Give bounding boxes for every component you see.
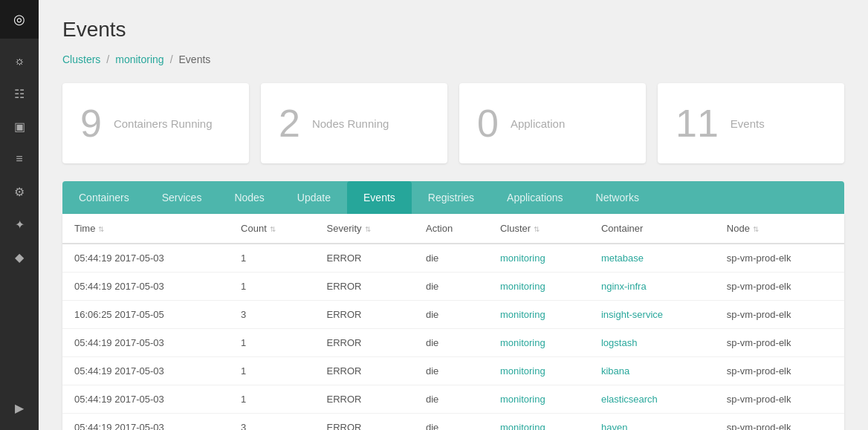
col-header-node[interactable]: Node⇅ (715, 214, 844, 244)
table-row: 05:44:19 2017-05-033ERRORdiemonitoringha… (62, 414, 844, 431)
cell-severity: ERROR (315, 357, 414, 385)
cell-action: die (414, 329, 488, 357)
chart-icon: ☷ (14, 87, 25, 101)
tab-services[interactable]: Services (146, 181, 218, 214)
cell-count: 3 (229, 301, 314, 329)
sidebar-item-chart[interactable]: ☷ (0, 77, 39, 110)
container-link[interactable]: logstash (601, 337, 637, 348)
breadcrumb-sep-1: / (106, 53, 109, 65)
cell-container[interactable]: nginx-infra (589, 273, 715, 301)
stat-label-nodes: Nodes Running (312, 117, 389, 130)
cell-node: sp-vm-prod-elk (715, 357, 844, 385)
cell-time: 05:44:19 2017-05-03 (62, 329, 229, 357)
cell-count: 1 (229, 273, 314, 301)
cluster-link[interactable]: monitoring (500, 309, 545, 320)
sidebar-item-plug[interactable]: ◆ (0, 241, 39, 273)
cell-time: 05:44:19 2017-05-03 (62, 385, 229, 414)
cell-container[interactable]: elasticsearch (589, 385, 715, 414)
sort-icon-node: ⇅ (753, 225, 759, 233)
stat-label-application: Application (511, 117, 565, 130)
sidebar-item-settings[interactable]: ⚙ (0, 175, 39, 208)
cell-cluster[interactable]: monitoring (488, 385, 589, 414)
stat-label-events: Events (731, 117, 765, 130)
container-link[interactable]: nginx-infra (601, 281, 647, 292)
sidebar-item-shield[interactable]: ✦ (0, 208, 39, 241)
tab-networks[interactable]: Networks (580, 181, 655, 214)
container-link[interactable]: metabase (601, 253, 644, 264)
cell-container[interactable]: kibana (589, 357, 715, 385)
tab-update[interactable]: Update (281, 181, 347, 214)
sidebar-collapse-button[interactable]: ▶ (0, 391, 39, 424)
sidebar-item-person[interactable]: ☼ (0, 45, 39, 77)
cell-severity: ERROR (315, 414, 414, 431)
table-header-row: Time⇅Count⇅Severity⇅ActionCluster⇅Contai… (62, 214, 844, 244)
arrow-right-icon: ▶ (15, 401, 24, 415)
container-link[interactable]: insight-service (601, 309, 663, 320)
cell-action: die (414, 273, 488, 301)
tabs-container: ContainersServicesNodesUpdateEventsRegis… (62, 181, 844, 214)
col-header-severity[interactable]: Severity⇅ (315, 214, 414, 244)
cell-count: 1 (229, 385, 314, 414)
cell-time: 05:44:19 2017-05-03 (62, 273, 229, 301)
cell-cluster[interactable]: monitoring (488, 357, 589, 385)
tab-nodes[interactable]: Nodes (218, 181, 280, 214)
person-icon: ☼ (14, 54, 25, 68)
cell-severity: ERROR (315, 301, 414, 329)
cell-node: sp-vm-prod-elk (715, 414, 844, 431)
cell-container[interactable]: haven (589, 414, 715, 431)
cell-cluster[interactable]: monitoring (488, 244, 589, 273)
container-link[interactable]: haven (601, 422, 627, 430)
cell-action: die (414, 301, 488, 329)
col-header-time[interactable]: Time⇅ (62, 214, 229, 244)
shield-icon: ✦ (15, 218, 25, 232)
cell-node: sp-vm-prod-elk (715, 329, 844, 357)
col-header-cluster[interactable]: Cluster⇅ (488, 214, 589, 244)
container-link[interactable]: kibana (601, 365, 629, 377)
events-table: Time⇅Count⇅Severity⇅ActionCluster⇅Contai… (62, 214, 844, 430)
cell-action: die (414, 385, 488, 414)
col-header-container: Container (589, 214, 715, 244)
cell-container[interactable]: metabase (589, 244, 715, 273)
cluster-link[interactable]: monitoring (500, 365, 545, 377)
breadcrumb-monitoring[interactable]: monitoring (115, 53, 163, 65)
stat-card-events: 11 Events (658, 83, 844, 163)
cluster-link[interactable]: monitoring (500, 281, 545, 292)
cell-node: sp-vm-prod-elk (715, 385, 844, 414)
table-row: 05:44:19 2017-05-031ERRORdiemonitoringme… (62, 244, 844, 273)
page-title: Events (62, 18, 844, 42)
table-row: 05:44:19 2017-05-031ERRORdiemonitoringki… (62, 357, 844, 385)
cell-cluster[interactable]: monitoring (488, 329, 589, 357)
breadcrumb: Clusters / monitoring / Events (62, 53, 844, 65)
sidebar: ◎ ☼ ☷ ▣ ≡ ⚙ ✦ ◆ ▶ (0, 0, 39, 430)
stats-row: 9 Containers Running 2 Nodes Running 0 A… (62, 83, 844, 163)
cluster-link[interactable]: monitoring (500, 253, 545, 264)
plug-icon: ◆ (15, 250, 24, 264)
cell-time: 05:44:19 2017-05-03 (62, 357, 229, 385)
col-header-count[interactable]: Count⇅ (229, 214, 314, 244)
table-row: 16:06:25 2017-05-053ERRORdiemonitoringin… (62, 301, 844, 329)
cell-cluster[interactable]: monitoring (488, 273, 589, 301)
breadcrumb-sep-2: / (170, 53, 173, 65)
breadcrumb-clusters[interactable]: Clusters (62, 53, 100, 65)
cluster-link[interactable]: monitoring (500, 422, 545, 430)
tab-containers[interactable]: Containers (62, 181, 146, 214)
cluster-link[interactable]: monitoring (500, 394, 545, 405)
cell-container[interactable]: logstash (589, 329, 715, 357)
stat-label-containers: Containers Running (114, 117, 213, 130)
container-link[interactable]: elasticsearch (601, 394, 658, 405)
list-icon: ≡ (16, 152, 22, 166)
stat-card-nodes: 2 Nodes Running (261, 83, 447, 163)
sidebar-item-list[interactable]: ≡ (0, 143, 39, 175)
tab-registries[interactable]: Registries (412, 181, 490, 214)
cell-cluster[interactable]: monitoring (488, 414, 589, 431)
settings-icon: ⚙ (14, 185, 25, 199)
cell-cluster[interactable]: monitoring (488, 301, 589, 329)
table-header: Time⇅Count⇅Severity⇅ActionCluster⇅Contai… (62, 214, 844, 244)
cell-container[interactable]: insight-service (589, 301, 715, 329)
sort-icon-time: ⇅ (98, 225, 104, 233)
cell-count: 1 (229, 244, 314, 273)
tab-applications[interactable]: Applications (490, 181, 580, 214)
sidebar-item-box[interactable]: ▣ (0, 110, 39, 143)
cluster-link[interactable]: monitoring (500, 337, 545, 348)
tab-events[interactable]: Events (347, 181, 412, 214)
